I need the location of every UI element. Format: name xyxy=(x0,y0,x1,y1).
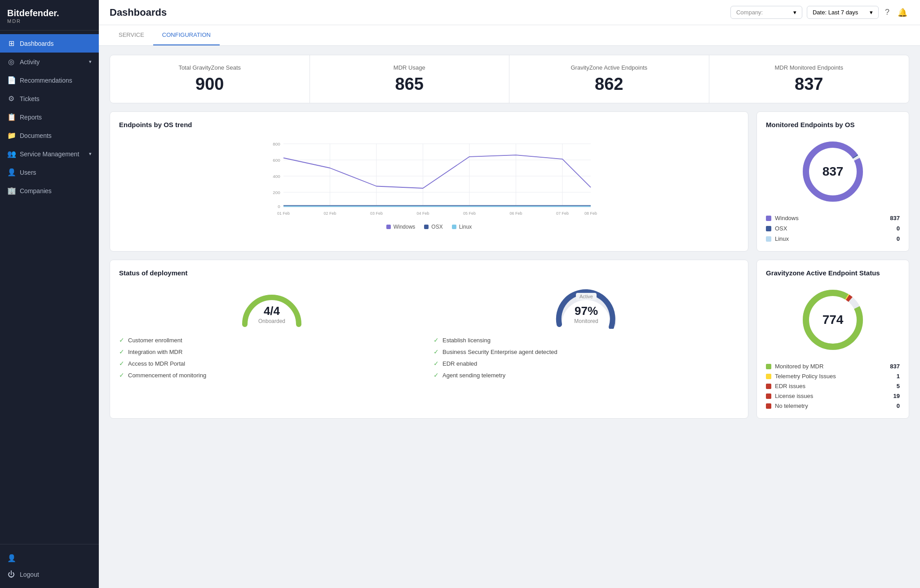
gz-item-value: 19 xyxy=(893,393,900,399)
gz-item-label: No telemetry xyxy=(775,402,893,409)
gz-dot xyxy=(766,364,771,369)
os-label: Linux xyxy=(775,235,893,242)
logo-area: Bitdefender. MDR xyxy=(0,0,99,31)
sidebar-item-tickets[interactable]: ⚙ Tickets xyxy=(0,89,99,108)
check-label: Business Security Enterprise agent detec… xyxy=(442,349,557,355)
nav-chevron-service-management: ▾ xyxy=(89,151,92,157)
legend-label: Linux xyxy=(459,224,472,230)
svg-point-27 xyxy=(610,321,614,326)
date-label: Date: Last 7 days xyxy=(813,9,858,16)
nav-icon-reports: 📋 xyxy=(7,113,15,121)
os-legend-linux: Linux 0 xyxy=(766,235,900,242)
deploy-right: Active 97% Monitored ✓ Establish licensi… xyxy=(433,284,739,381)
gz-dot xyxy=(766,403,771,409)
tab-service[interactable]: SERVICE xyxy=(110,25,153,45)
nav-icon-logout: ⏻ xyxy=(7,570,15,579)
company-dropdown[interactable]: Company: ▾ xyxy=(730,6,802,19)
svg-text:600: 600 xyxy=(273,158,280,163)
check-icon: ✓ xyxy=(119,336,124,344)
monitored-label: Monitored xyxy=(574,318,598,324)
sidebar-item-companies[interactable]: 🏢 Companies xyxy=(0,181,99,200)
charts-row: Endpoints by OS trend 800 600 xyxy=(110,111,909,252)
onboarded-gauge-text: 4/4 Onboarded xyxy=(258,304,285,324)
gz-legend-telemetry-policy-issues: Telemetry Policy Issues 1 xyxy=(766,373,900,380)
donut-wrap: 837 xyxy=(766,136,900,208)
legend-item-linux: Linux xyxy=(452,224,472,230)
sidebar-item-reports[interactable]: 📋 Reports xyxy=(0,108,99,126)
checklist-right: ✓ Establish licensing ✓ Business Securit… xyxy=(433,334,739,381)
deploy-left: 4/4 Onboarded ✓ Customer enrollment ✓ In… xyxy=(119,284,425,381)
sidebar-item-recommendations[interactable]: 📄 Recommendations xyxy=(0,71,99,89)
os-dot xyxy=(766,226,771,231)
check-icon: ✓ xyxy=(433,336,439,344)
gz-status-card: Gravityzone Active Endpoint Status 774 xyxy=(756,260,909,419)
sidebar-bottom: 👤 ⏻ Logout xyxy=(0,544,99,588)
nav-icon-service-management: 👥 xyxy=(7,150,15,158)
sidebar-item-service-management[interactable]: 👥 Service Management ▾ xyxy=(0,145,99,163)
notifications-button[interactable]: 🔔 xyxy=(896,6,909,19)
check-label: Agent sending telemetry xyxy=(442,372,505,379)
gz-item-label: Telemetry Policy Issues xyxy=(775,373,893,380)
endpoints-trend-title: Endpoints by OS trend xyxy=(119,121,739,128)
onboarded-value: 4/4 xyxy=(258,304,285,318)
sidebar-item-activity[interactable]: ◎ Activity ▾ xyxy=(0,53,99,71)
sidebar-item-logout[interactable]: ⏻ Logout xyxy=(0,566,99,583)
deploy-inner: 4/4 Onboarded ✓ Customer enrollment ✓ In… xyxy=(119,284,739,381)
nav-label-documents: Documents xyxy=(20,132,52,139)
logo-text: Bitdefender. xyxy=(7,8,92,18)
monitored-percent: 97% xyxy=(574,304,598,318)
sidebar-item-documents[interactable]: 📁 Documents xyxy=(0,126,99,145)
nav-label-users: Users xyxy=(20,169,36,176)
stat-card-total-gravityzone-seats: Total GravityZone Seats 900 xyxy=(110,55,310,103)
endpoints-trend-card: Endpoints by OS trend 800 600 xyxy=(110,111,748,252)
stat-card-mdr-usage: MDR Usage 865 xyxy=(310,55,510,103)
main-area: Dashboards Company: ▾ Date: Last 7 days … xyxy=(99,0,920,588)
gz-dot xyxy=(766,384,771,389)
gz-legend-monitored-by-mdr: Monitored by MDR 837 xyxy=(766,363,900,370)
sidebar-item-users[interactable]: 👤 Users xyxy=(0,163,99,181)
check-item: ✓ Access to MDR Portal xyxy=(119,358,425,369)
check-label: Integration with MDR xyxy=(128,349,182,355)
check-item: ✓ Customer enrollment xyxy=(119,334,425,346)
gz-legend: Monitored by MDR 837 Telemetry Policy Is… xyxy=(766,363,900,409)
legend-dot xyxy=(424,225,429,229)
os-dot xyxy=(766,236,771,242)
nav-icon-documents: 📁 xyxy=(7,131,15,140)
onboarded-gauge: 4/4 Onboarded xyxy=(119,284,425,329)
stat-card-gravityzone-active-endpoints: GravityZone Active Endpoints 862 xyxy=(509,55,709,103)
stat-value: 862 xyxy=(520,75,698,94)
help-button[interactable]: ? xyxy=(883,6,891,19)
legend-item-osx: OSX xyxy=(424,224,442,230)
gz-donut-wrap: 774 xyxy=(766,284,900,356)
nav-label-logout: Logout xyxy=(20,571,39,578)
deployment-card: Status of deployment xyxy=(110,260,748,419)
check-icon: ✓ xyxy=(433,371,439,379)
os-label: Windows xyxy=(775,215,886,221)
sidebar-item-dashboards[interactable]: ⊞ Dashboards xyxy=(0,34,99,53)
svg-text:07 Feb: 07 Feb xyxy=(556,211,569,216)
check-item: ✓ EDR enabled xyxy=(433,358,739,369)
check-icon: ✓ xyxy=(433,348,439,355)
logo-sub: MDR xyxy=(7,18,92,24)
date-dropdown[interactable]: Date: Last 7 days ▾ xyxy=(807,6,879,19)
stat-value: 865 xyxy=(321,75,499,94)
svg-text:200: 200 xyxy=(273,190,280,195)
nav-label-service-management: Service Management xyxy=(20,150,79,158)
nav-icon-companies: 🏢 xyxy=(7,186,15,195)
legend-label: Windows xyxy=(394,224,416,230)
date-chevron-icon: ▾ xyxy=(870,9,873,16)
tabs-bar: SERVICECONFIGURATION xyxy=(99,25,920,46)
sidebar-item-user[interactable]: 👤 xyxy=(0,550,99,566)
os-label: OSX xyxy=(775,225,893,232)
check-label: Establish licensing xyxy=(442,337,491,344)
stat-label: MDR Usage xyxy=(321,64,499,71)
stats-row: Total GravityZone Seats 900 MDR Usage 86… xyxy=(110,55,909,103)
dashboard-content: Total GravityZone Seats 900 MDR Usage 86… xyxy=(99,46,920,428)
os-value: 0 xyxy=(897,225,900,232)
tab-configuration[interactable]: CONFIGURATION xyxy=(153,25,220,45)
gz-dot xyxy=(766,393,771,399)
stat-value: 900 xyxy=(121,75,299,94)
svg-text:06 Feb: 06 Feb xyxy=(509,211,522,216)
nav-icon-user: 👤 xyxy=(7,554,15,562)
monitored-gauge: Active 97% Monitored xyxy=(433,284,739,329)
